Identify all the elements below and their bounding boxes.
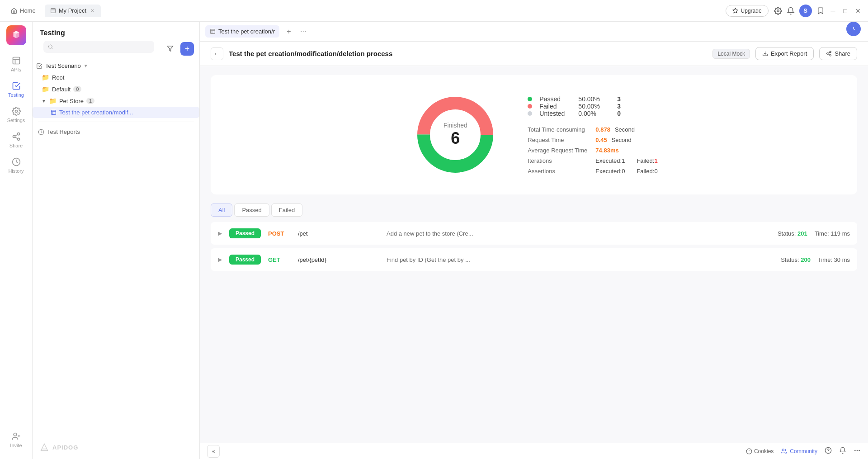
notification-btn[interactable] [839, 447, 846, 455]
passed-dot [528, 97, 532, 101]
add-button[interactable]: + [180, 42, 194, 56]
more-tabs-btn[interactable]: ··· [298, 28, 308, 36]
petstore-badge: 1 [86, 98, 94, 104]
tab-label: Test the pet creation/r [218, 28, 275, 35]
search-bar[interactable] [43, 41, 154, 53]
tree-test-scenario[interactable]: Test Scenario ▼ [33, 60, 199, 71]
left-panel-title: Testing [33, 22, 199, 41]
share-icon [826, 51, 832, 57]
row-chevron-2[interactable]: ▶ [218, 256, 222, 263]
search-input[interactable] [57, 43, 150, 50]
time-info-2: Time: 30 ms [818, 256, 850, 263]
tab-icon [210, 28, 216, 34]
metric-assertions: Assertions Executed:0 Failed:0 [528, 168, 657, 175]
more-icon [854, 447, 861, 454]
more-options-btn[interactable] [854, 447, 861, 455]
apidog-text: APIDOG [52, 444, 78, 451]
help-icon [825, 447, 832, 454]
result-row-1[interactable]: ▶ Passed POST /pet Add a new pet to the … [211, 222, 857, 245]
desc-label-1: Add a new pet to the store (Cre... [387, 230, 770, 237]
tree-item-root[interactable]: 📁 Root [33, 71, 199, 83]
header-actions: Export Report Share [755, 47, 857, 60]
filter-tab-all[interactable]: All [211, 203, 232, 217]
test-scenario-label: Test Scenario [45, 62, 81, 69]
result-row-2[interactable]: ▶ Passed GET /pet/{petId} Find pet by ID… [211, 248, 857, 271]
iterations-failed-label: Failed:1 [637, 157, 657, 164]
svg-rect-21 [211, 29, 215, 34]
metric-request-time: Request Time 0.45 Second [528, 137, 657, 143]
bottom-bar: « Cookies Community [200, 443, 868, 459]
tree-item-testcase[interactable]: Test the pet creation/modif... [33, 107, 199, 118]
upgrade-button[interactable]: Upgrade [726, 5, 769, 17]
svg-point-2 [777, 9, 779, 12]
sidebar-item-share[interactable]: Share [3, 128, 30, 152]
sidebar-item-settings[interactable]: Settings [3, 103, 30, 127]
test-reports-item[interactable]: Test Reports [33, 126, 199, 138]
share-button[interactable]: Share [819, 47, 857, 60]
svg-rect-4 [13, 57, 19, 64]
tree-item-default[interactable]: 📁 Default 0 [33, 83, 199, 95]
svg-line-9 [15, 137, 18, 138]
collapse-button[interactable]: « [207, 445, 220, 458]
reports-icon [38, 129, 44, 135]
testcase-icon [51, 109, 57, 115]
donut-chart: Finished 6 [410, 90, 500, 180]
sidebar-item-history[interactable]: History [3, 154, 30, 177]
app-logo[interactable] [6, 25, 26, 45]
minimize-btn[interactable]: ─ [829, 6, 837, 15]
main-active-tab[interactable]: Test the pet creation/r [205, 25, 279, 38]
content-title: Test the pet creation/modification/delet… [229, 50, 707, 57]
apidog-branding: APIDOG [33, 435, 199, 459]
testcase-label: Test the pet creation/modif... [59, 109, 133, 116]
legend-untested: Untested 0.00% 0 [528, 110, 657, 117]
root-label: Root [52, 74, 64, 81]
status-badge-1: Passed [229, 228, 261, 238]
maximize-btn[interactable]: □ [842, 6, 849, 15]
status-badge-2: Passed [229, 255, 261, 265]
titlebar-actions: Upgrade S ─ □ ✕ [726, 5, 863, 17]
right-panel-btn[interactable] [846, 22, 861, 36]
export-report-button[interactable]: Export Report [755, 47, 814, 60]
avatar[interactable]: S [799, 5, 812, 17]
svg-point-23 [830, 51, 831, 52]
failed-dot [528, 104, 532, 109]
filter-tab-failed[interactable]: Failed [271, 203, 302, 217]
close-btn[interactable]: ✕ [854, 6, 863, 15]
close-tab-btn[interactable]: ✕ [89, 8, 95, 14]
community-button[interactable]: Community [781, 448, 817, 454]
sidebar-item-apis[interactable]: APIs [3, 52, 30, 76]
svg-point-25 [830, 55, 831, 56]
metric-avg-request: Average Request Time 74.83ms [528, 147, 657, 154]
method-label-1: POST [268, 230, 291, 237]
sidebar-item-invite[interactable]: Invite [3, 428, 30, 452]
filter-tab-passed[interactable]: Passed [234, 203, 269, 217]
status-info-1: Status: 201 [778, 230, 807, 237]
bookmark-icon[interactable] [816, 7, 825, 15]
donut-label: Finished 6 [443, 122, 467, 148]
test-reports-label: Test Reports [47, 128, 80, 135]
filter-btn[interactable] [163, 42, 177, 56]
svg-marker-17 [167, 46, 173, 51]
main-tabbar: Test the pet creation/r + ··· [200, 22, 868, 42]
default-badge: 0 [73, 86, 81, 92]
tree-item-petstore[interactable]: ▼ 📁 Pet Store 1 [33, 95, 199, 107]
row-chevron-1[interactable]: ▶ [218, 230, 222, 237]
svg-line-27 [828, 52, 830, 53]
settings-icon[interactable] [774, 7, 782, 15]
bell-icon[interactable] [787, 7, 795, 15]
add-tab-button[interactable]: + [283, 26, 295, 38]
folder-icon-petstore: 📁 [49, 97, 57, 104]
svg-point-8 [17, 138, 19, 140]
sidebar-item-testing[interactable]: Testing [3, 78, 30, 101]
svg-line-26 [828, 54, 830, 55]
titlebar: Home My Project ✕ Upgrade S ─ □ ✕ [0, 0, 868, 22]
search-icon [48, 44, 53, 50]
folder-icon-default: 📁 [42, 85, 49, 93]
back-button[interactable]: ← [211, 47, 223, 60]
help-btn[interactable] [825, 447, 832, 455]
home-tab[interactable]: Home [5, 5, 41, 17]
cookies-btn[interactable]: Cookies [746, 448, 774, 454]
main-content: Finished 6 Passed 50.00% 3 Failed [200, 66, 868, 443]
project-tab[interactable]: My Project ✕ [45, 5, 101, 17]
svg-point-5 [15, 110, 17, 113]
